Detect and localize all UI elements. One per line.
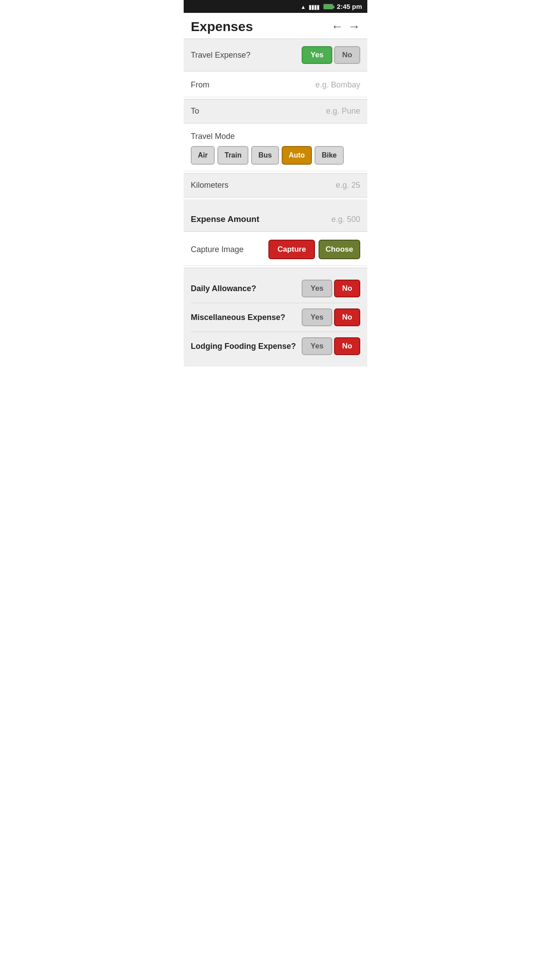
travel-mode-bus-button[interactable]: Bus xyxy=(251,146,279,165)
choose-button[interactable]: Choose xyxy=(319,240,360,259)
travel-mode-bike-button[interactable]: Bike xyxy=(315,146,344,165)
navigation-arrows: ← → xyxy=(331,20,360,34)
wifi-icon xyxy=(300,3,306,10)
misc-expense-toggle: Yes No xyxy=(302,308,360,326)
to-input-placeholder[interactable]: e.g. Pune xyxy=(326,107,360,116)
expense-amount-label: Expense Amount xyxy=(191,214,260,224)
kilometers-section: Kilometers e.g. 25 xyxy=(184,173,367,198)
daily-allowance-toggle: Yes No xyxy=(302,280,360,297)
misc-expense-row: Miscellaneous Expense? Yes No xyxy=(191,303,360,332)
to-section: To e.g. Pune xyxy=(184,99,367,123)
misc-expense-label: Miscellaneous Expense? xyxy=(191,313,302,322)
travel-mode-label: Travel Mode xyxy=(191,131,235,142)
signal-icon xyxy=(309,3,320,10)
expense-amount-placeholder[interactable]: e.g. 500 xyxy=(331,215,360,224)
forward-arrow-icon[interactable]: → xyxy=(348,20,360,34)
expense-amount-section: Expense Amount e.g. 500 xyxy=(184,199,367,232)
daily-allowance-no-button[interactable]: No xyxy=(334,280,360,297)
to-label: To xyxy=(191,107,199,116)
page-title: Expenses xyxy=(191,19,253,34)
daily-allowance-label: Daily Allowance? xyxy=(191,284,302,293)
lodging-expense-row: Lodging Fooding Expense? Yes No xyxy=(191,332,360,360)
travel-expense-label: Travel Expense? xyxy=(191,51,250,60)
daily-allowance-yes-button[interactable]: Yes xyxy=(302,280,332,297)
travel-mode-train-button[interactable]: Train xyxy=(217,146,248,165)
capture-image-section: Capture Image Capture Choose xyxy=(184,233,367,266)
travel-expense-yes-button[interactable]: Yes xyxy=(302,46,332,64)
misc-expense-yes-button[interactable]: Yes xyxy=(302,308,332,326)
from-input-placeholder[interactable]: e.g. Bombay xyxy=(315,80,360,90)
from-section: From e.g. Bombay xyxy=(184,73,367,97)
misc-expense-no-button[interactable]: No xyxy=(334,308,360,326)
kilometers-label: Kilometers xyxy=(191,181,228,190)
lodging-expense-toggle: Yes No xyxy=(302,337,360,355)
status-time: 2:45 pm xyxy=(337,3,362,10)
travel-expense-section: Travel Expense? Yes No xyxy=(184,39,367,71)
capture-button[interactable]: Capture xyxy=(268,240,315,259)
capture-buttons: Capture Choose xyxy=(268,240,360,259)
lodging-expense-label: Lodging Fooding Expense? xyxy=(191,342,302,351)
travel-mode-auto-button[interactable]: Auto xyxy=(282,146,312,165)
daily-allowance-row: Daily Allowance? Yes No xyxy=(191,274,360,303)
back-arrow-icon[interactable]: ← xyxy=(331,20,343,34)
capture-image-label: Capture Image xyxy=(191,245,244,254)
lodging-expense-yes-button[interactable]: Yes xyxy=(302,337,332,355)
allowances-section: Daily Allowance? Yes No Miscellaneous Ex… xyxy=(184,268,367,367)
travel-expense-no-button[interactable]: No xyxy=(334,46,360,64)
travel-expense-toggle: Yes No xyxy=(302,46,360,64)
kilometers-placeholder[interactable]: e.g. 25 xyxy=(336,181,360,190)
travel-mode-section: Travel Mode Air Train Bus Auto Bike xyxy=(184,125,367,171)
from-label: From xyxy=(191,80,209,90)
travel-mode-air-button[interactable]: Air xyxy=(191,146,215,165)
lodging-expense-no-button[interactable]: No xyxy=(334,337,360,355)
header: Expenses ← → xyxy=(184,13,367,39)
battery-icon xyxy=(323,4,333,9)
travel-mode-buttons: Air Train Bus Auto Bike xyxy=(191,146,344,165)
status-bar: 2:45 pm xyxy=(184,0,367,13)
